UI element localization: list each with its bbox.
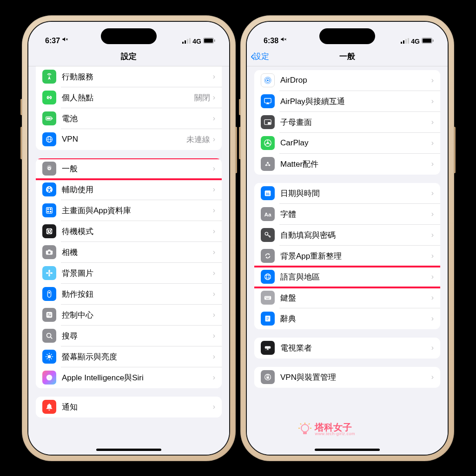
- row-label: 動作按鈕: [62, 289, 213, 300]
- settings-row[interactable]: VPN與裝置管理›: [254, 367, 440, 388]
- settings-row[interactable]: 自動填寫與密碼›: [254, 225, 440, 246]
- settings-row[interactable]: 鍵盤›: [254, 287, 440, 308]
- settings-row[interactable]: Aa字體›: [254, 204, 440, 225]
- settings-row[interactable]: 電視業者›: [254, 338, 440, 359]
- font-icon: Aa: [261, 207, 275, 221]
- chevron-right-icon: ›: [213, 373, 215, 382]
- svg-rect-1: [185, 40, 186, 44]
- svg-point-76: [265, 274, 271, 280]
- svg-rect-85: [266, 298, 269, 299]
- gear-icon: [42, 162, 56, 176]
- settings-row[interactable]: Matter配件›: [254, 154, 440, 175]
- refresh-icon: [261, 249, 275, 263]
- settings-group: AirDrop›AirPlay與接續互通›子母畫面›CarPlay›Matter…: [254, 70, 440, 175]
- svg-point-92: [301, 424, 309, 432]
- settings-list[interactable]: 行動服務›個人熱點關閉›電池›VPN未連線›一般›輔助使用›主畫面與App資料庫…: [28, 66, 229, 455]
- row-label: 主畫面與App資料庫: [62, 205, 213, 216]
- settings-row[interactable]: 螢幕顯示與亮度›: [36, 346, 222, 367]
- watermark: 塔科女子 www.tech-girlz.com: [298, 422, 355, 436]
- silent-icon: [62, 37, 68, 45]
- svg-line-44: [47, 354, 48, 355]
- nav-back-label: 設定: [253, 51, 269, 62]
- chevron-right-icon: ›: [213, 332, 215, 340]
- book-icon: [261, 312, 275, 326]
- settings-row[interactable]: 動作按鈕›: [36, 284, 222, 305]
- svg-line-47: [51, 354, 52, 355]
- settings-row[interactable]: 31日期與時間›: [254, 183, 440, 204]
- row-label: 日期與時間: [280, 188, 431, 199]
- row-detail: 關閉: [194, 92, 210, 103]
- chevron-right-icon: ›: [213, 93, 215, 102]
- row-label: 一般: [62, 163, 213, 174]
- row-label: 電視業者: [280, 343, 431, 353]
- nav-bar: 設定: [28, 47, 229, 66]
- apps-icon: [42, 203, 56, 217]
- settings-row[interactable]: 輔助使用›: [36, 179, 222, 200]
- settings-row[interactable]: 搜尋›: [36, 326, 222, 346]
- settings-row[interactable]: 子母畫面›: [254, 112, 440, 133]
- settings-row[interactable]: CarPlay›: [254, 133, 440, 154]
- nav-title: 設定: [121, 51, 137, 62]
- settings-row[interactable]: 個人熱點關閉›: [36, 87, 222, 108]
- svg-rect-55: [423, 39, 431, 43]
- chevron-right-icon: ›: [213, 72, 215, 81]
- silent-icon: [280, 37, 287, 45]
- bell-icon: [42, 400, 56, 414]
- settings-row[interactable]: 控制中心›: [36, 305, 222, 326]
- network-label: 4G: [411, 38, 420, 45]
- dynamic-island: [319, 28, 375, 44]
- row-label: 鍵盤: [280, 293, 431, 303]
- settings-row[interactable]: 相機›: [36, 242, 222, 263]
- link-icon: [42, 91, 56, 104]
- row-label: 背景圖片: [62, 268, 213, 279]
- antenna-icon: [42, 70, 56, 84]
- dynamic-island: [101, 28, 157, 44]
- row-label: 電池: [62, 113, 213, 124]
- settings-row[interactable]: AirDrop›: [254, 70, 440, 91]
- phone-left: 6:37 4G 設定 行動服務›個人熱點關閉›電池›VPN未連線›一般›輔助使用…: [22, 15, 236, 461]
- home-indicator[interactable]: [96, 449, 161, 451]
- settings-group: 31日期與時間›Aa字體›自動填寫與密碼›背景App重新整理›語言與地區›鍵盤›…: [254, 183, 440, 329]
- home-indicator[interactable]: [315, 449, 380, 451]
- settings-row[interactable]: 背景App重新整理›: [254, 246, 440, 267]
- svg-line-38: [51, 337, 53, 339]
- battery-icon: [42, 111, 56, 125]
- settings-row[interactable]: 一般›: [36, 158, 222, 179]
- battery-icon: [203, 38, 215, 45]
- search-icon: [42, 329, 56, 343]
- settings-row[interactable]: 電池›: [36, 108, 222, 129]
- settings-row[interactable]: 主畫面與App資料庫›: [36, 200, 222, 221]
- brightness-icon: [42, 350, 56, 364]
- camera-icon: [42, 245, 56, 259]
- row-label: 語言與地區: [280, 272, 431, 282]
- settings-row[interactable]: Apple Intelligence與Siri›: [36, 367, 222, 388]
- svg-rect-84: [269, 297, 270, 297]
- chevron-right-icon: ›: [213, 135, 215, 143]
- settings-row[interactable]: 待機模式›: [36, 221, 222, 242]
- svg-rect-16: [47, 209, 49, 210]
- settings-row[interactable]: 背景圖片›: [36, 263, 222, 284]
- settings-row[interactable]: 行動服務›: [36, 66, 222, 87]
- svg-rect-81: [265, 297, 266, 297]
- svg-rect-53: [408, 38, 409, 44]
- svg-rect-52: [405, 39, 407, 44]
- svg-rect-17: [50, 209, 52, 210]
- row-label: 行動服務: [62, 72, 213, 82]
- nav-bar: ‹ 設定 一般: [247, 47, 448, 66]
- svg-point-29: [50, 272, 53, 274]
- chevron-right-icon: ›: [213, 403, 215, 411]
- general-list[interactable]: AirDrop›AirPlay與接續互通›子母畫面›CarPlay›Matter…: [247, 66, 448, 455]
- settings-row[interactable]: VPN未連線›: [36, 129, 222, 150]
- nav-title: 一般: [339, 51, 355, 62]
- svg-point-31: [48, 292, 50, 294]
- settings-row[interactable]: 通知›: [36, 397, 222, 417]
- settings-row[interactable]: AirPlay與接續互通›: [254, 91, 440, 112]
- svg-text:31: 31: [266, 192, 270, 196]
- svg-rect-24: [48, 250, 50, 251]
- nav-back-button[interactable]: ‹ 設定: [251, 50, 269, 63]
- row-label: 待機模式: [62, 226, 213, 237]
- settings-row[interactable]: 語言與地區›: [254, 267, 440, 287]
- settings-row[interactable]: 辭典›: [254, 308, 440, 329]
- svg-rect-83: [268, 297, 268, 297]
- svg-rect-82: [266, 297, 267, 297]
